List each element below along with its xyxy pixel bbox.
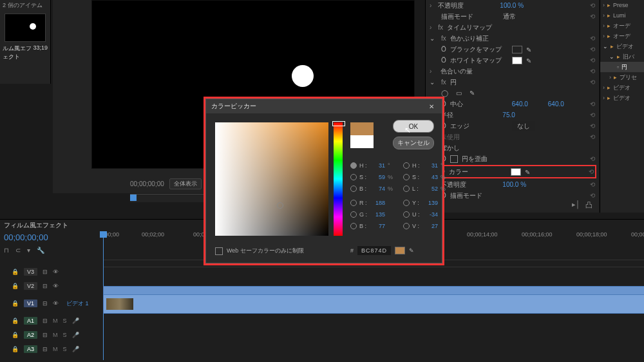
track-toggle-icon[interactable]: ⊟: [43, 300, 48, 307]
hsl-s-radio[interactable]: [403, 174, 410, 180]
track-lock-icon[interactable]: 🔒: [12, 283, 19, 289]
reset-icon[interactable]: ⟲: [589, 168, 594, 175]
track-toggle-icon[interactable]: ⊟: [43, 318, 48, 324]
fx-opacity-value[interactable]: 100.0 %: [500, 2, 532, 9]
reset-icon[interactable]: ⟲: [590, 13, 595, 20]
color-field[interactable]: [215, 122, 328, 236]
track-a2[interactable]: A2: [24, 331, 37, 339]
eyedropper-icon[interactable]: ✎: [409, 247, 415, 254]
yuv-v-value[interactable]: 27: [424, 223, 438, 229]
hex-input[interactable]: BC874D: [357, 246, 391, 255]
linked-selection-icon[interactable]: ⊂: [15, 247, 21, 254]
fx-edge-value[interactable]: なし: [512, 121, 535, 131]
track-a1[interactable]: A1: [24, 317, 37, 325]
hsb-b-value[interactable]: 74: [371, 186, 385, 192]
fx-center-y[interactable]: 640.0: [548, 100, 580, 108]
timeline-tab[interactable]: フィルム風エフェクト: [4, 221, 68, 230]
reset-icon[interactable]: ⟲: [590, 2, 595, 9]
hsb-s-radio[interactable]: [350, 174, 357, 180]
eye-icon[interactable]: 👁: [53, 269, 59, 275]
browser-item[interactable]: Prese: [613, 2, 629, 8]
hsb-s-value[interactable]: 59: [371, 174, 385, 180]
marker-icon[interactable]: ▾: [27, 247, 30, 254]
mic-icon[interactable]: 🎤: [72, 318, 79, 324]
reset-icon[interactable]: ⟲: [590, 192, 595, 199]
rgb-b-radio[interactable]: [350, 223, 357, 229]
hsl-l-value[interactable]: 52: [424, 186, 438, 192]
track-toggle-icon[interactable]: ⊟: [43, 332, 48, 338]
hsb-h-radio[interactable]: [350, 162, 357, 169]
eye-icon[interactable]: 👁: [53, 283, 59, 289]
hue-slider[interactable]: [334, 122, 343, 236]
browser-item[interactable]: 円: [621, 63, 627, 71]
browser-item[interactable]: 旧バ: [623, 53, 634, 61]
reset-icon[interactable]: ⟲: [590, 68, 595, 75]
reset-icon[interactable]: ⟲: [590, 111, 595, 119]
rgb-g-value[interactable]: 135: [371, 211, 385, 218]
distort-checkbox[interactable]: [450, 155, 458, 163]
track-v2[interactable]: V2: [24, 282, 37, 290]
new-color-swatch[interactable]: [350, 122, 374, 135]
rgb-g-radio[interactable]: [350, 211, 357, 218]
mic-icon[interactable]: 🎤: [72, 346, 79, 352]
timeline-clip-header[interactable]: [103, 286, 644, 295]
fx-blend-value[interactable]: 通常: [503, 12, 535, 21]
browser-item[interactable]: ビデオ: [613, 84, 630, 92]
track-lock-icon[interactable]: 🔒: [12, 318, 19, 324]
track-toggle-icon[interactable]: ⊟: [43, 283, 48, 289]
eye-icon[interactable]: 👁: [53, 300, 59, 307]
reset-icon[interactable]: ⟲: [590, 100, 595, 108]
color-field-marker[interactable]: [277, 202, 283, 209]
eyedropper-icon[interactable]: ✎: [526, 46, 533, 53]
hsl-h-radio[interactable]: [403, 162, 410, 169]
mask-pen-icon[interactable]: ✎: [469, 90, 475, 97]
wrench-icon[interactable]: 🔧: [37, 247, 44, 254]
track-a3[interactable]: A3: [24, 345, 37, 353]
fx-nav-prev-icon[interactable]: ▸│: [572, 200, 580, 210]
close-icon[interactable]: ✕: [426, 103, 437, 110]
browser-item[interactable]: ビデオ: [613, 94, 630, 102]
reset-icon[interactable]: ⟲: [590, 35, 595, 42]
monitor-timecode[interactable]: 00;00;00;00: [130, 180, 164, 187]
reset-icon[interactable]: ⟲: [590, 79, 595, 86]
monitor-playhead[interactable]: [130, 195, 137, 201]
cancel-button[interactable]: キャンセル: [393, 137, 434, 149]
hue-slider-marker[interactable]: [332, 121, 345, 126]
browser-item[interactable]: オーデ: [613, 32, 630, 41]
eyedropper-icon[interactable]: ✎: [525, 169, 531, 175]
fx-colorcorr-label[interactable]: 色かぶり補正: [450, 34, 508, 43]
rgb-r-radio[interactable]: [350, 200, 357, 206]
white-swatch[interactable]: [512, 57, 522, 64]
project-thumbnail[interactable]: [5, 14, 46, 42]
black-swatch[interactable]: [512, 46, 522, 53]
track-toggle-icon[interactable]: ⊟: [43, 269, 48, 275]
reset-icon[interactable]: ⟲: [590, 46, 595, 53]
fx-center-x[interactable]: 640.0: [512, 100, 544, 108]
ok-button[interactable]: OK: [393, 120, 434, 133]
hsb-h-value[interactable]: 31: [371, 162, 385, 169]
fx-nav-next-icon[interactable]: 凸: [585, 200, 592, 210]
track-v1[interactable]: V1: [24, 300, 37, 307]
mask-ellipse-icon[interactable]: ◯: [441, 90, 448, 97]
fx-timeremap-label[interactable]: タイムリマップ: [447, 23, 505, 32]
hsb-b-radio[interactable]: [350, 186, 357, 192]
reset-icon[interactable]: ⟲: [590, 57, 595, 64]
track-lock-icon[interactable]: 🔒: [12, 346, 19, 352]
fx-opacity2-value[interactable]: 100.0 %: [502, 181, 535, 188]
reset-icon[interactable]: ⟲: [590, 181, 595, 188]
reset-icon[interactable]: ⟲: [590, 133, 595, 140]
mask-rect-icon[interactable]: ▭: [456, 90, 462, 97]
fx-radius-value[interactable]: 75.0: [502, 111, 535, 119]
rgb-r-value[interactable]: 188: [371, 200, 385, 206]
browser-item[interactable]: ビデオ: [616, 43, 634, 51]
snap-icon[interactable]: ⊓: [4, 247, 9, 254]
yuv-y-value[interactable]: 139: [424, 200, 438, 206]
track-lock-icon[interactable]: 🔒: [12, 300, 19, 307]
reset-icon[interactable]: ⟲: [590, 122, 595, 129]
reset-icon[interactable]: ⟲: [590, 155, 595, 162]
yuv-u-radio[interactable]: [403, 211, 410, 218]
color-swatch[interactable]: [511, 168, 521, 176]
yuv-u-value[interactable]: -34: [424, 211, 438, 218]
track-toggle-icon[interactable]: ⊟: [43, 346, 48, 352]
monitor-fit-dropdown[interactable]: 全体表示: [169, 178, 202, 189]
